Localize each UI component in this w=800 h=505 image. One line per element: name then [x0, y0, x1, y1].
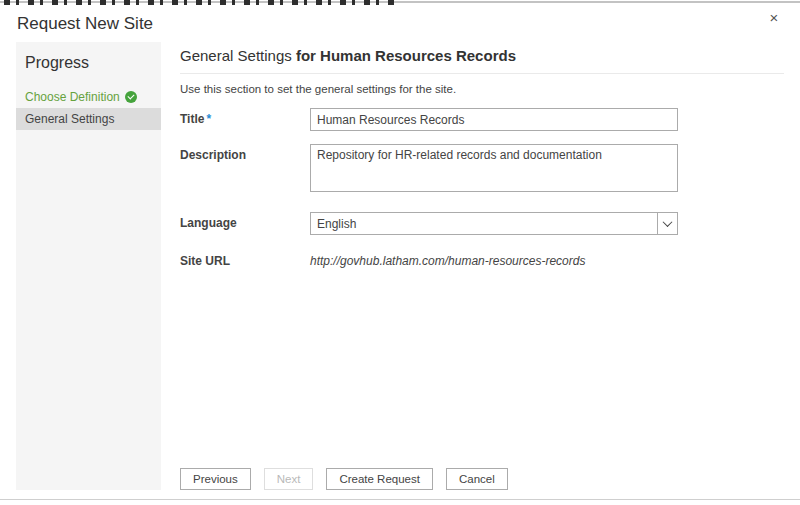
site-url-label: Site URL [180, 250, 310, 268]
next-button: Next [264, 468, 314, 490]
step-choose-definition[interactable]: Choose Definition [16, 86, 161, 108]
dialog-footer: Previous Next Create Request Cancel [180, 468, 508, 490]
step-label: Choose Definition [25, 90, 120, 104]
clipped-suitebar [0, 0, 800, 5]
language-select[interactable]: English [310, 212, 678, 235]
title-row: Title* [180, 108, 784, 131]
cancel-button[interactable]: Cancel [446, 468, 508, 490]
page-title: General Settings for Human Resources Rec… [180, 47, 784, 74]
page-title-prefix: General Settings [180, 47, 296, 64]
title-input[interactable] [310, 108, 678, 131]
select-arrow-button[interactable] [657, 213, 677, 234]
bottom-divider [0, 499, 800, 500]
section-intro: Use this section to set the general sett… [180, 83, 784, 95]
language-selected-value: English [311, 217, 657, 231]
create-request-button[interactable]: Create Request [326, 468, 433, 490]
language-label: Language [180, 212, 310, 235]
site-url-value: http://govhub.latham.com/human-resources… [310, 250, 678, 268]
step-general-settings[interactable]: General Settings [16, 108, 161, 130]
description-label: Description [180, 144, 310, 196]
close-icon[interactable]: × [764, 8, 784, 28]
step-label: General Settings [25, 112, 114, 126]
title-label: Title* [180, 108, 310, 131]
general-settings-panel: General Settings for Human Resources Rec… [180, 47, 784, 281]
description-row: Description Repository for HR-related re… [180, 144, 784, 196]
sidebar-heading: Progress [16, 42, 161, 86]
previous-button[interactable]: Previous [180, 468, 251, 490]
page-title-emphasis: for Human Resources Records [296, 47, 516, 64]
chevron-down-icon [663, 217, 673, 227]
check-circle-icon [125, 91, 137, 103]
site-url-row: Site URL http://govhub.latham.com/human-… [180, 250, 784, 268]
required-asterisk: * [206, 112, 211, 126]
progress-sidebar: Progress Choose Definition General Setti… [16, 42, 161, 490]
dialog-title: Request New Site [17, 14, 153, 34]
clipped-text-fragments [4, 0, 400, 5]
language-row: Language English [180, 212, 784, 235]
description-textarea[interactable]: Repository for HR-related records and do… [310, 144, 678, 192]
